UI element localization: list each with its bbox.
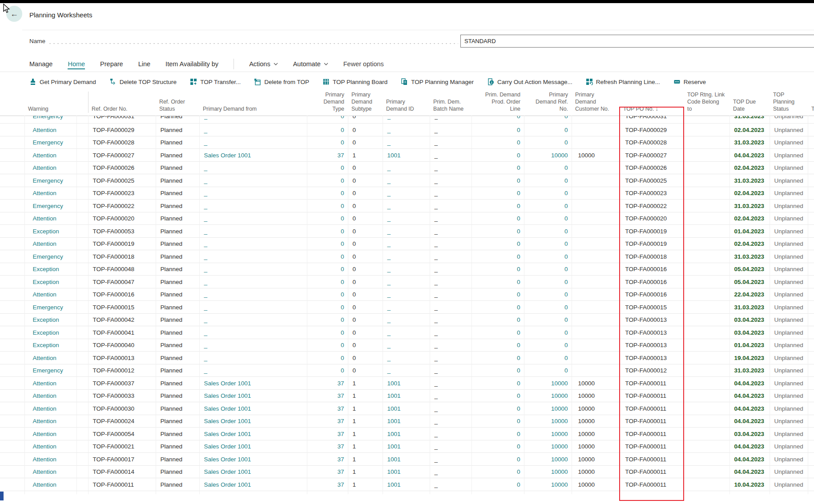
cell-primary-demand-type[interactable]: 0 [307, 250, 348, 263]
cell-primary-demand-from[interactable]: _ [199, 212, 307, 225]
cell-top-po-no[interactable]: TOP-FA000016 [620, 263, 684, 276]
table-row-partial-bottom[interactable] [0, 491, 814, 494]
cell-primary-demand-id[interactable]: _ [383, 225, 430, 238]
cell-prim-demand-prod-order-line[interactable]: 0 [471, 364, 524, 377]
cell-warning[interactable]: Attention [24, 415, 77, 428]
cell-primary-demand-subtype[interactable]: 1 [348, 478, 383, 491]
cell-primary-demand-ref-no[interactable]: 0 [524, 187, 572, 200]
cell-primary-demand-type[interactable]: 0 [307, 352, 348, 364]
cell-primary-demand-ref-no[interactable]: 10000 [524, 389, 572, 402]
cell-warning[interactable]: Emergency [24, 200, 77, 212]
cell-ref-order-status[interactable]: Planned [156, 263, 199, 276]
cell-top-due-date[interactable]: 31.03.2023 [729, 364, 770, 377]
cell-primary-demand-id[interactable]: _ [383, 326, 430, 339]
column-header-prim-demand-prod-order-line[interactable]: Prim. Demand Prod. Order Line [471, 91, 524, 116]
cell-prim-dem-batch-name[interactable]: _ [430, 478, 471, 491]
cell-top-planning-status[interactable]: Unplanned [770, 453, 808, 466]
cell-ref-order-status[interactable]: Planned [156, 402, 199, 415]
cell-primary-demand-type[interactable]: 0 [307, 288, 348, 301]
cell-primary-demand-type[interactable]: 37 [307, 402, 348, 415]
cell-prim-dem-batch-name[interactable]: _ [430, 174, 471, 187]
cell-ref-order-no[interactable]: TOP-FA000026 [88, 161, 156, 174]
cell-top-po-no[interactable]: TOP-FA000011 [620, 389, 684, 402]
cell-primary-demand-type[interactable]: 0 [307, 136, 348, 149]
cell-prim-demand-prod-order-line[interactable]: 0 [471, 276, 524, 288]
cell-primary-demand-id[interactable]: _ [383, 200, 430, 212]
cell-top-due-date[interactable]: 19.04.2023 [729, 352, 770, 364]
cell-top-po-no[interactable]: TOP-FA000029 [620, 124, 684, 136]
cell-ref-order-no[interactable]: TOP-FA000015 [88, 301, 156, 314]
cell-ref-order-no[interactable]: TOP-FA000041 [88, 326, 156, 339]
table-row[interactable]: AttentionTOP-FA000024PlannedSales Order … [0, 415, 814, 428]
column-header-top-planning-status[interactable]: TOP Planning Status [770, 91, 808, 116]
cell-prim-dem-batch-name[interactable]: _ [430, 187, 471, 200]
cell-primary-demand-from[interactable]: _ [199, 124, 307, 136]
cell-warning[interactable]: Attention [24, 288, 77, 301]
cell-primary-demand-id[interactable]: 1001 [383, 415, 430, 428]
cell-top-due-date[interactable]: 02.04.2023 [729, 187, 770, 200]
cell-top-due-date[interactable]: 04.04.2023 [729, 440, 770, 453]
cell-ref-order-no[interactable]: TOP-FA000023 [88, 187, 156, 200]
table-row[interactable]: AttentionTOP-FA000027PlannedSales Order … [0, 149, 814, 162]
cell-primary-demand-from[interactable]: _ [199, 326, 307, 339]
cell-top-po-no[interactable]: TOP-FA000026 [620, 161, 684, 174]
cell-primary-demand-from[interactable]: _ [199, 187, 307, 200]
cell-ref-order-status[interactable]: Planned [156, 161, 199, 174]
table-row[interactable]: AttentionTOP-FA000033PlannedSales Order … [0, 389, 814, 402]
table-row[interactable]: AttentionTOP-FA000054PlannedSales Order … [0, 428, 814, 440]
cell-top-po-no[interactable]: TOP-FA000022 [620, 200, 684, 212]
cell-warning[interactable]: Attention [24, 352, 77, 364]
cell-primary-demand-type[interactable]: 0 [307, 339, 348, 352]
cell-primary-demand-subtype[interactable]: 0 [348, 250, 383, 263]
column-header-top-due-date[interactable]: TOP Due Date [729, 91, 770, 116]
cell-top-due-date[interactable]: 04.04.2023 [729, 465, 770, 478]
cell-prim-demand-prod-order-line[interactable]: 0 [471, 326, 524, 339]
table-row[interactable]: ExceptionTOP-FA000053Planned_00__00TOP-F… [0, 225, 814, 238]
cell-primary-demand-subtype[interactable]: 0 [348, 136, 383, 149]
cell-primary-demand-from[interactable]: _ [199, 161, 307, 174]
cell-primary-demand-ref-no[interactable]: 10000 [524, 465, 572, 478]
cell-prim-dem-batch-name[interactable]: _ [430, 212, 471, 225]
cell-primary-demand-ref-no[interactable]: 10000 [524, 415, 572, 428]
cell-prim-demand-prod-order-line[interactable]: 0 [471, 465, 524, 478]
cell-warning[interactable]: Emergency [24, 364, 77, 377]
cell-top-due-date[interactable]: 01.04.2023 [729, 225, 770, 238]
cell-primary-demand-subtype[interactable]: 0 [348, 276, 383, 288]
cell-warning[interactable]: Attention [24, 187, 77, 200]
cell-top-due-date[interactable]: 31.03.2023 [729, 174, 770, 187]
cell-prim-demand-prod-order-line[interactable]: 0 [471, 339, 524, 352]
cell-warning[interactable]: Attention [24, 428, 77, 440]
table-row[interactable]: EmergencyTOP-FA000015Planned_00__00TOP-F… [0, 301, 814, 314]
cell-ref-order-no[interactable]: TOP-FA000033 [88, 389, 156, 402]
cell-primary-demand-customer-no[interactable]: 10000 [572, 149, 620, 162]
column-header-prim-dem-batch-name[interactable]: Prim. Dem. Batch Name [430, 91, 471, 116]
cell-primary-demand-customer-no[interactable]: 10000 [572, 428, 620, 440]
cell-top-planning-status[interactable]: Unplanned [770, 116, 808, 124]
cell-prim-dem-batch-name[interactable]: _ [430, 313, 471, 326]
cell-prim-demand-prod-order-line[interactable]: 0 [471, 478, 524, 491]
cell-primary-demand-ref-no[interactable]: 10000 [524, 402, 572, 415]
cell-top-po-no[interactable]: TOP-FA000019 [620, 225, 684, 238]
cell-top-po-no[interactable]: TOP-FA000016 [620, 276, 684, 288]
cell-primary-demand-customer-no[interactable]: 10000 [572, 402, 620, 415]
cell-top-planning-status[interactable]: Unplanned [770, 301, 808, 314]
cell-top-po-no[interactable]: TOP-FA000018 [620, 250, 684, 263]
cell-ref-order-no[interactable]: TOP-FA000047 [88, 276, 156, 288]
column-header-top-rtng-link[interactable]: TOP Rtng. Link Code Belong to [684, 91, 729, 116]
cell-ref-order-status[interactable]: Planned [156, 225, 199, 238]
cell-primary-demand-type[interactable]: 0 [307, 313, 348, 326]
cell-top-planning-status[interactable]: Unplanned [770, 187, 808, 200]
cell-top-due-date[interactable]: 05.04.2023 [729, 263, 770, 276]
cell-prim-dem-batch-name[interactable]: _ [430, 237, 471, 250]
cell-primary-demand-ref-no[interactable]: 10000 [524, 478, 572, 491]
cell-prim-demand-prod-order-line[interactable]: 0 [471, 415, 524, 428]
cell-prim-demand-prod-order-line[interactable]: 0 [471, 174, 524, 187]
cell-primary-demand-ref-no[interactable]: 0 [524, 301, 572, 314]
cell-ref-order-status[interactable]: Planned [156, 212, 199, 225]
cell-primary-demand-from[interactable]: _ [199, 276, 307, 288]
cell-top-po-no[interactable]: TOP-FA000013 [620, 313, 684, 326]
cell-primary-demand-from[interactable]: _ [199, 116, 307, 124]
cell-top-planning-status[interactable]: Unplanned [770, 212, 808, 225]
cell-top-due-date[interactable]: 02.04.2023 [729, 237, 770, 250]
cell-prim-demand-prod-order-line[interactable]: 0 [471, 440, 524, 453]
